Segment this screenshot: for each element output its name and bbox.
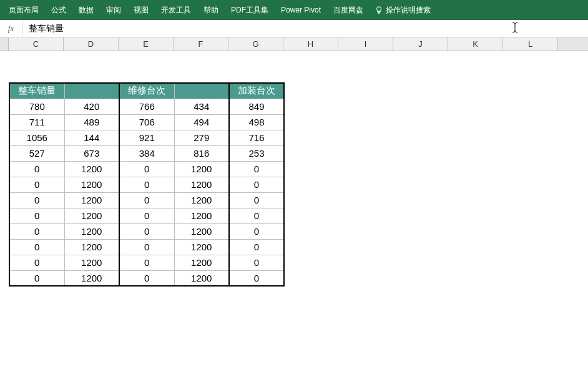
ribbon-tab-pagelayout[interactable]: 页面布局 <box>2 0 45 20</box>
header-cell[interactable] <box>64 83 119 99</box>
header-cell[interactable]: 整车销量 <box>9 83 64 99</box>
table-cell[interactable]: 1200 <box>174 177 229 192</box>
table-cell[interactable]: 0 <box>119 223 174 239</box>
tell-me-search[interactable]: 操作说明搜索 <box>370 5 436 16</box>
table-row: 01200012000 <box>9 239 284 255</box>
table-cell[interactable]: 494 <box>174 114 229 130</box>
col-header-g[interactable]: G <box>228 37 283 51</box>
ribbon-bar: 页面布局 公式 数据 审阅 视图 开发工具 帮助 PDF工具集 Power Pi… <box>0 0 588 20</box>
table-cell[interactable]: 1200 <box>174 239 229 255</box>
table-cell[interactable]: 0 <box>9 239 64 255</box>
lightbulb-icon <box>375 6 383 14</box>
table-row: 01200012000 <box>9 270 284 286</box>
col-header-c[interactable]: C <box>9 37 64 51</box>
table-cell[interactable]: 0 <box>229 208 284 223</box>
table-cell[interactable]: 0 <box>9 270 64 286</box>
table-cell[interactable]: 0 <box>229 223 284 239</box>
table-cell[interactable]: 279 <box>174 130 229 145</box>
table-row: 527673384816253 <box>9 145 284 161</box>
table-cell[interactable]: 1200 <box>64 177 119 192</box>
table-cell[interactable]: 1200 <box>64 192 119 208</box>
table-cell[interactable]: 384 <box>119 145 174 161</box>
ribbon-tab-data[interactable]: 数据 <box>72 0 100 20</box>
table-cell[interactable]: 716 <box>229 130 284 145</box>
formula-input[interactable] <box>22 20 588 37</box>
table-cell[interactable]: 0 <box>9 177 64 192</box>
col-header-k[interactable]: K <box>448 37 503 51</box>
formula-bar: fx <box>0 20 588 37</box>
tell-me-label: 操作说明搜索 <box>386 5 431 16</box>
ribbon-tab-review[interactable]: 审阅 <box>100 0 127 20</box>
col-header-h[interactable]: H <box>283 37 338 51</box>
table-cell[interactable]: 0 <box>9 208 64 223</box>
col-header-d[interactable]: D <box>64 37 119 51</box>
ribbon-tab-powerpivot[interactable]: Power Pivot <box>275 0 327 20</box>
table-cell[interactable]: 434 <box>174 99 229 114</box>
table-cell[interactable]: 816 <box>174 145 229 161</box>
table-cell[interactable]: 1200 <box>174 192 229 208</box>
table-cell[interactable]: 0 <box>229 161 284 177</box>
ribbon-tab-devtools[interactable]: 开发工具 <box>155 0 197 20</box>
table-row: 01200012000 <box>9 161 284 177</box>
table-cell[interactable]: 711 <box>9 114 64 130</box>
table-cell[interactable]: 527 <box>9 145 64 161</box>
table-cell[interactable]: 1200 <box>64 161 119 177</box>
col-header-l[interactable]: L <box>503 37 558 51</box>
table-cell[interactable]: 0 <box>119 270 174 286</box>
table-cell[interactable]: 253 <box>229 145 284 161</box>
table-cell[interactable]: 420 <box>64 99 119 114</box>
table-cell[interactable]: 1200 <box>174 161 229 177</box>
table-cell[interactable]: 0 <box>119 239 174 255</box>
table-cell[interactable]: 1200 <box>174 208 229 223</box>
table-cell[interactable]: 144 <box>64 130 119 145</box>
ribbon-tab-help[interactable]: 帮助 <box>197 0 225 20</box>
table-cell[interactable]: 0 <box>9 255 64 270</box>
table-cell[interactable]: 1056 <box>9 130 64 145</box>
table-cell[interactable]: 1200 <box>64 255 119 270</box>
header-cell[interactable] <box>174 83 229 99</box>
col-header-f[interactable]: F <box>174 37 228 51</box>
table-cell[interactable]: 0 <box>229 270 284 286</box>
ribbon-tab-view[interactable]: 视图 <box>127 0 155 20</box>
table-cell[interactable]: 1200 <box>174 223 229 239</box>
table-cell[interactable]: 766 <box>119 99 174 114</box>
table-cell[interactable]: 1200 <box>64 223 119 239</box>
table-row: 01200012000 <box>9 255 284 270</box>
fx-button[interactable]: fx <box>0 20 22 37</box>
data-table: 整车销量 维修台次 加装台次 7804207664348497114897064… <box>9 82 285 287</box>
table-cell[interactable]: 1200 <box>174 255 229 270</box>
table-cell[interactable]: 921 <box>119 130 174 145</box>
table-cell[interactable]: 0 <box>119 177 174 192</box>
table-cell[interactable]: 0 <box>9 223 64 239</box>
table-cell[interactable]: 0 <box>119 255 174 270</box>
col-header-e[interactable]: E <box>119 37 174 51</box>
table-cell[interactable]: 673 <box>64 145 119 161</box>
table-cell[interactable]: 489 <box>64 114 119 130</box>
table-cell[interactable]: 0 <box>9 192 64 208</box>
table-cell[interactable]: 706 <box>119 114 174 130</box>
table-cell[interactable]: 0 <box>229 239 284 255</box>
table-cell[interactable]: 780 <box>9 99 64 114</box>
table-cell[interactable]: 0 <box>119 208 174 223</box>
table-cell[interactable]: 0 <box>119 161 174 177</box>
ribbon-tab-pdftools[interactable]: PDF工具集 <box>225 0 275 20</box>
table-cell[interactable]: 498 <box>229 114 284 130</box>
header-cell[interactable]: 加装台次 <box>229 83 284 99</box>
col-header-stub[interactable] <box>0 37 9 51</box>
table-cell[interactable]: 1200 <box>174 270 229 286</box>
ribbon-tab-baidudisk[interactable]: 百度网盘 <box>327 0 370 20</box>
table-cell[interactable]: 0 <box>119 192 174 208</box>
col-header-i[interactable]: I <box>338 37 393 51</box>
table-cell[interactable]: 0 <box>229 192 284 208</box>
table-cell[interactable]: 1200 <box>64 270 119 286</box>
ribbon-tab-formula[interactable]: 公式 <box>45 0 72 20</box>
header-cell[interactable]: 维修台次 <box>119 83 174 99</box>
table-cell[interactable]: 1200 <box>64 208 119 223</box>
table-cell[interactable]: 0 <box>9 161 64 177</box>
table-cell[interactable]: 0 <box>229 255 284 270</box>
table-cell[interactable]: 0 <box>229 177 284 192</box>
sheet-grid[interactable]: 整车销量 维修台次 加装台次 7804207664348497114897064… <box>0 51 588 392</box>
col-header-j[interactable]: J <box>393 37 448 51</box>
table-cell[interactable]: 849 <box>229 99 284 114</box>
table-cell[interactable]: 1200 <box>64 239 119 255</box>
